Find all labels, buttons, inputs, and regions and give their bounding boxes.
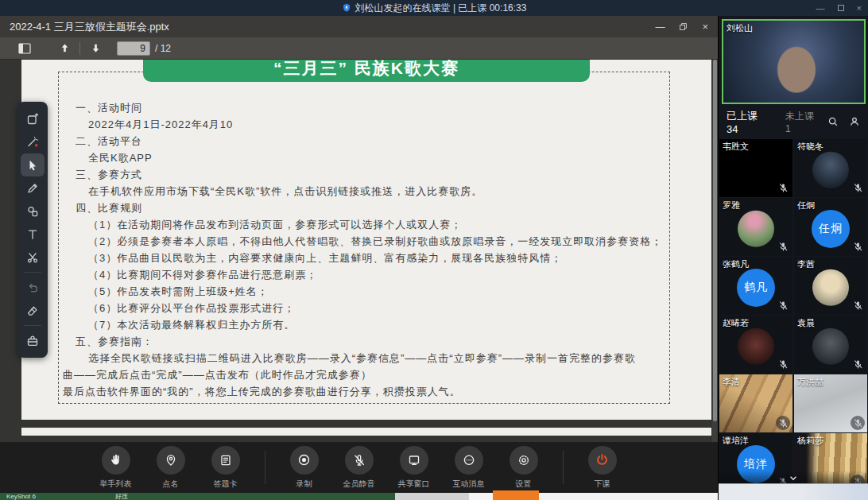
student-tile[interactable]: 罗雅 [719,198,792,256]
mic-off-icon [776,416,790,430]
slide-title-banner: “三月三” 民族K歌大赛 [143,60,590,82]
laser-pointer-icon[interactable] [21,130,45,153]
avatar: 鹤凡 [737,268,775,306]
roster-header: 已上课34 未上课1 [719,104,868,139]
record-button[interactable]: 录制 [282,446,327,490]
window-title: 刘松山发起的在线课堂 | 已上课 00:16:33 [355,2,527,15]
avatar [738,210,774,246]
student-name: 任炯 [797,200,815,211]
student-tile[interactable]: 韦胜文 [719,139,792,197]
student-tile[interactable]: 任炯任炯 [794,198,867,256]
control-button-label: 下课 [595,479,610,490]
page-number-input[interactable] [117,41,150,56]
student-tile[interactable]: 张鹤凡鹤凡 [719,257,792,315]
undo-icon[interactable] [21,276,45,299]
maximize-button[interactable] [838,5,844,11]
ppt-filename: 2022-4-1 三月三放假主题班会.pptx [10,20,655,34]
toolbar-divider [24,272,41,273]
student-tile[interactable]: 赵晞若 [719,316,792,374]
app-window: 刘松山发起的在线课堂 | 已上课 00:16:33 — × 2022-4-1 三… [0,0,868,500]
mic-off-icon [851,416,865,430]
control-button-label: 全员静音 [343,479,375,490]
toolbox-icon[interactable] [21,329,45,352]
slide-text-line: 最后点击软件界面的“我的”，将您上传完成的参赛歌曲进行分享，积攒投票人气。 [21,383,711,400]
tab-not-in-class[interactable]: 未上课1 [785,110,817,134]
tab-in-class[interactable]: 已上课34 [727,109,766,135]
background-app-label[interactable]: 好压 [115,493,128,500]
slide-title: “三月三” 民族K歌大赛 [273,60,459,79]
slide-text-line: （7）本次活动最终解释权归主办方所有。 [21,316,711,333]
scissors-icon[interactable] [21,246,45,269]
share-window-button[interactable]: 共享窗口 [392,446,436,490]
avatar [738,328,774,364]
cursor-icon[interactable] [21,153,45,176]
desktop-background-sliver: KeyShot 6 好压 [0,493,718,500]
slide-scrollbar-thumb[interactable] [713,60,717,421]
student-tile[interactable]: 符晓冬 [794,139,867,197]
student-tile[interactable]: 李清 [719,374,792,432]
ppt-close-button[interactable]: × [702,21,708,33]
student-tile[interactable]: 万洪喆 [794,374,867,432]
student-name: 李清 [723,376,740,388]
background-orange-window[interactable] [493,490,539,500]
slide-page: “三月三” 民族K歌大赛 一、活动时间2022年4月1日-2022年4月10二、… [21,60,711,420]
class-control-bar: 举手列表点名答题卡录制全员静音共享窗口互动消息设置下课 [0,442,718,493]
slide-text-line: （1）在活动期间将作品发布到活动页面，参赛形式可以选择个人或双人赛； [21,216,711,233]
answer-card-button[interactable]: 答题卡 [203,446,248,490]
answer-card-icon [211,446,240,475]
background-taskbar[interactable]: KeyShot 6 好压 [0,493,395,500]
mute-all-button[interactable]: 全员静音 [337,446,382,490]
power-icon [588,446,617,475]
slide-text-line: （4）比赛期间不得对参赛作品进行恶意刷票； [21,266,711,283]
student-name: 罗雅 [723,200,740,211]
window-title-group: 刘松山发起的在线课堂 | 已上课 00:16:33 [342,2,527,15]
next-slide-edge [21,428,711,436]
student-name: 李茜 [797,258,815,270]
teacher-video-tile[interactable]: 刘松山 [722,19,866,104]
eraser-icon[interactable] [21,299,45,322]
toolbar-divider [24,325,41,326]
settings-button[interactable]: 设置 [502,446,546,490]
next-page-button[interactable] [85,40,106,57]
shapes-icon[interactable] [21,200,45,223]
mic-off-icon [776,357,790,371]
slide-scrollbar[interactable] [712,60,718,442]
roster-panel: 刘松山 已上课34 未上课1 韦胜文符晓冬罗雅任炯任炯张鹤凡鹤凡李茜赵晞若袁晨李… [718,16,868,500]
ppt-restore-button[interactable] [679,22,688,31]
control-button-label: 举手列表 [100,479,132,490]
sidebar-toggle-icon[interactable] [14,40,35,57]
student-tile[interactable]: 袁晨 [794,316,867,374]
pen-icon[interactable] [21,176,45,200]
raise-hand-button[interactable]: 举手列表 [94,446,138,490]
chat-button[interactable]: 互动消息 [447,446,491,490]
prev-page-button[interactable] [54,40,75,57]
search-icon[interactable] [827,116,839,127]
slide-body-text: 一、活动时间2022年4月1日-2022年4月10二、活动平台全民K歌APP三、… [21,99,711,400]
close-button[interactable]: × [857,4,862,13]
background-window-fragment[interactable] [469,493,718,500]
control-button-label: 答题卡 [214,479,238,490]
slide-text-line: 选择全民K歌链接或扫描二维码进入比赛歌房——录入“参赛信息”——点击“立即参赛”… [21,350,711,366]
student-name: 赵晞若 [723,317,749,329]
student-tile[interactable]: 李茜 [794,257,867,315]
avatar [812,151,849,188]
ppt-minimize-button[interactable]: — [655,21,665,33]
background-window-fragment[interactable] [395,493,469,500]
roll-call-button[interactable]: 点名 [149,446,193,490]
minimize-button[interactable]: — [816,4,825,13]
background-app-label[interactable]: KeyShot 6 [6,493,36,500]
slide-text-line: 全民K歌APP [21,149,711,166]
power-button[interactable]: 下课 [580,446,625,490]
avatar [812,269,849,305]
record-icon [290,446,319,475]
text-icon[interactable] [21,223,45,246]
mute-all-icon [345,446,374,475]
slide-text-line: （6）比赛评分以平台作品投票形式进行； [21,300,711,316]
member-icon[interactable] [849,116,860,127]
control-bar-divider [265,451,265,484]
more-students-indicator[interactable] [719,471,868,483]
new-window-icon[interactable] [21,107,45,130]
annotation-toolbar [17,102,48,358]
slide-text-line: （2）必须是参赛者本人原唱，不得由他人代替唱歌、替换已录制好歌曲或放原唱录音，一… [21,233,711,250]
slide-text-line: 四、比赛规则 [21,200,711,216]
